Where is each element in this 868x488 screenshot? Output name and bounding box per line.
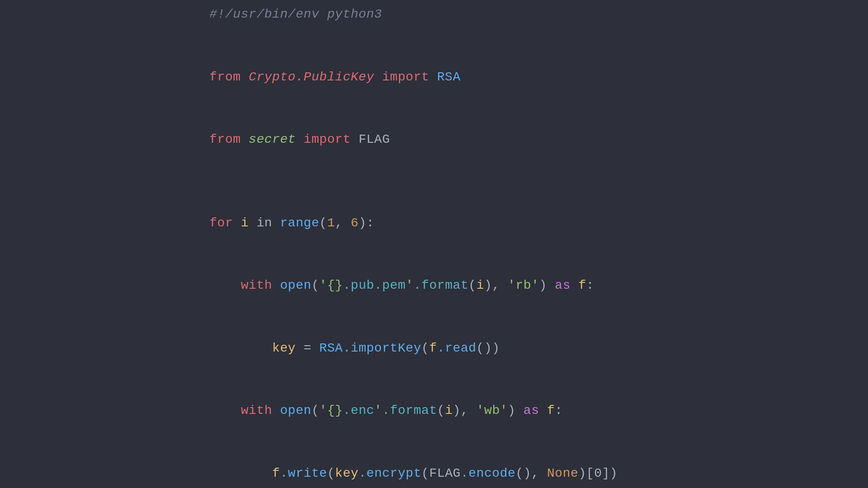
- open-paren1: (: [311, 278, 319, 292]
- dot-enc: .enc: [343, 404, 374, 418]
- comma3: ,: [461, 404, 476, 418]
- comma2: ,: [492, 278, 508, 292]
- space-as: [547, 278, 555, 292]
- loop-var-i: i: [241, 216, 257, 230]
- dot5: .: [280, 466, 288, 480]
- secret-module: secret: [249, 132, 296, 146]
- line-with2: with open('{}.enc'.format(i), 'wb') as f…: [178, 380, 618, 442]
- line-for: for i in range(1, 6):: [178, 192, 618, 254]
- f-var1: f: [578, 278, 586, 292]
- comma-space: ,: [335, 216, 351, 230]
- rsa-ref: RSA: [319, 341, 343, 355]
- wb-string: 'wb': [476, 404, 508, 418]
- line-shebang: #!/usr/bin/env python3: [178, 0, 618, 46]
- blank-line-1: [178, 171, 618, 192]
- format-paren1: (: [468, 278, 476, 292]
- format-method2: format: [390, 404, 437, 418]
- range-builtin: range: [280, 216, 319, 230]
- line-with1: with open('{}.pub.pem'.format(i), 'rb') …: [178, 254, 618, 317]
- encrypt-close: ): [578, 466, 586, 480]
- close-paren2: ): [508, 404, 515, 418]
- format-close1: ): [484, 278, 492, 292]
- format-method1: format: [421, 278, 468, 292]
- import-keyword: import: [374, 70, 437, 84]
- encode-parens: (): [515, 466, 531, 480]
- paren-close: ): [359, 216, 366, 230]
- flag-ref: FLAG: [429, 466, 460, 480]
- encrypt-open: (: [421, 466, 429, 480]
- from-keyword2: from: [209, 132, 249, 146]
- str-enc: '{}: [319, 404, 343, 418]
- line-import2: from secret import FLAG: [178, 108, 618, 171]
- as-keyword1: as: [555, 278, 571, 292]
- dot3: .: [437, 341, 445, 355]
- num-6: 6: [351, 216, 359, 230]
- colon3: :: [555, 404, 562, 418]
- colon2: :: [586, 278, 594, 292]
- importkey-method: importKey: [351, 341, 421, 355]
- num-1: 1: [327, 216, 335, 230]
- format-paren2: (: [437, 404, 445, 418]
- comma4: ,: [531, 466, 547, 480]
- space-f2: [539, 404, 547, 418]
- f-var4: f: [272, 466, 280, 480]
- space-as2: [515, 404, 523, 418]
- i-var1: i: [476, 278, 484, 292]
- ik-open: (: [421, 341, 429, 355]
- none-keyword: None: [547, 466, 578, 480]
- write-open: (: [327, 466, 335, 480]
- write-close: ): [610, 466, 618, 480]
- indent1: [209, 278, 241, 292]
- with-keyword2: with: [241, 404, 280, 418]
- shebang-comment: #!/usr/bin/env python3: [209, 7, 382, 21]
- f-var3: f: [547, 404, 555, 418]
- open-builtin2: open: [280, 404, 311, 418]
- from-keyword: from: [209, 70, 249, 84]
- flag-name: FLAG: [359, 132, 390, 146]
- encode-method: encode: [468, 466, 515, 480]
- space-f1: [571, 278, 578, 292]
- line-import1: from Crypto.PublicKey import RSA: [178, 46, 618, 108]
- read-parens: (): [476, 341, 492, 355]
- indent4: [209, 466, 272, 480]
- dot-pub-pem: .pub.pem: [343, 278, 406, 292]
- rsa-class: RSA: [437, 70, 461, 84]
- indent3: [209, 404, 241, 418]
- write-method: write: [288, 466, 327, 480]
- str-close2: ': [374, 404, 382, 418]
- dot2: .: [343, 341, 350, 355]
- format-close2: ): [453, 404, 461, 418]
- indent2: [209, 341, 272, 355]
- open-builtin1: open: [280, 278, 311, 292]
- f-var2: f: [429, 341, 437, 355]
- paren-open: (: [319, 216, 327, 230]
- dot7: .: [461, 466, 468, 480]
- line-importkey: key = RSA.importKey(f.read()): [178, 317, 618, 380]
- ik-close: ): [492, 341, 500, 355]
- colon1: :: [367, 216, 374, 230]
- as-keyword2: as: [524, 404, 539, 418]
- equals1: =: [296, 341, 319, 355]
- with-keyword1: with: [241, 278, 280, 292]
- code-block: #!/usr/bin/env python3 from Crypto.Publi…: [151, 0, 645, 488]
- dot6: .: [359, 466, 366, 480]
- open-paren2: (: [311, 404, 319, 418]
- str-pub-pem: '{}: [319, 278, 343, 292]
- import-keyword2: import: [296, 132, 359, 146]
- index-zero: [0]: [586, 466, 610, 480]
- rb-string: 'rb': [508, 278, 539, 292]
- read-method: read: [445, 341, 476, 355]
- line-write: f.write(key.encrypt(FLAG.encode(), None)…: [178, 442, 618, 488]
- str-close1: ': [406, 278, 413, 292]
- dot4: .: [382, 404, 390, 418]
- key-var: key: [272, 341, 296, 355]
- for-keyword: for: [209, 216, 241, 230]
- in-keyword: in: [256, 216, 280, 230]
- dot1: .: [414, 278, 421, 292]
- i-var2: i: [445, 404, 453, 418]
- close-paren1: ): [539, 278, 547, 292]
- module-name: Crypto.PublicKey: [249, 70, 374, 84]
- key-var2: key: [335, 466, 359, 480]
- encrypt-method: encrypt: [367, 466, 422, 480]
